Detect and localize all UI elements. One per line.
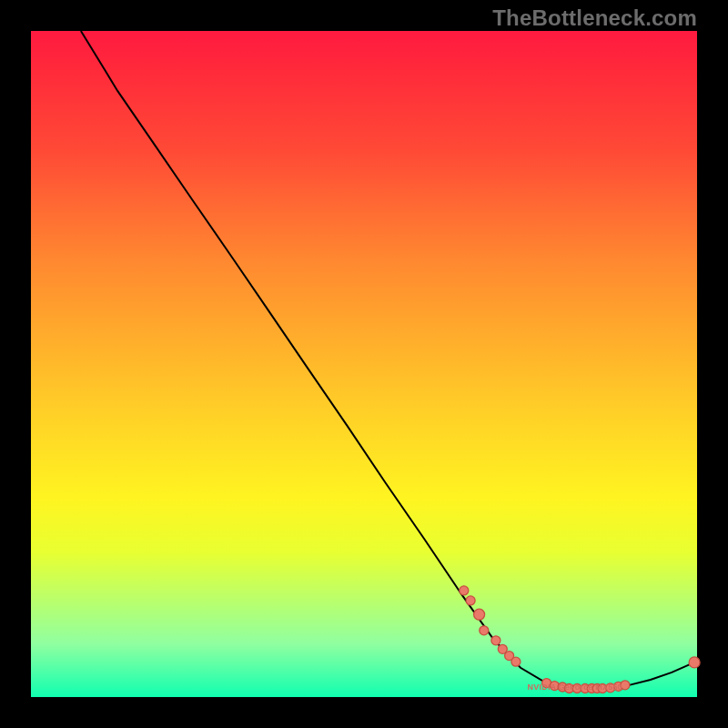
chart-svg: [31, 31, 697, 697]
data-point: [460, 586, 469, 595]
data-point: [480, 626, 489, 635]
curve-path: [81, 31, 694, 689]
series-watermark: NVIDIA GeForce MX550: [528, 682, 622, 692]
data-point: [466, 596, 475, 605]
data-point: [511, 657, 521, 666]
data-point: [689, 657, 700, 668]
chart-frame: TheBottleneck.com NVIDIA GeForce MX550: [0, 0, 728, 728]
data-point: [474, 609, 485, 620]
data-point: [491, 636, 500, 645]
data-points: [460, 586, 700, 693]
watermark-text: TheBottleneck.com: [492, 5, 697, 31]
